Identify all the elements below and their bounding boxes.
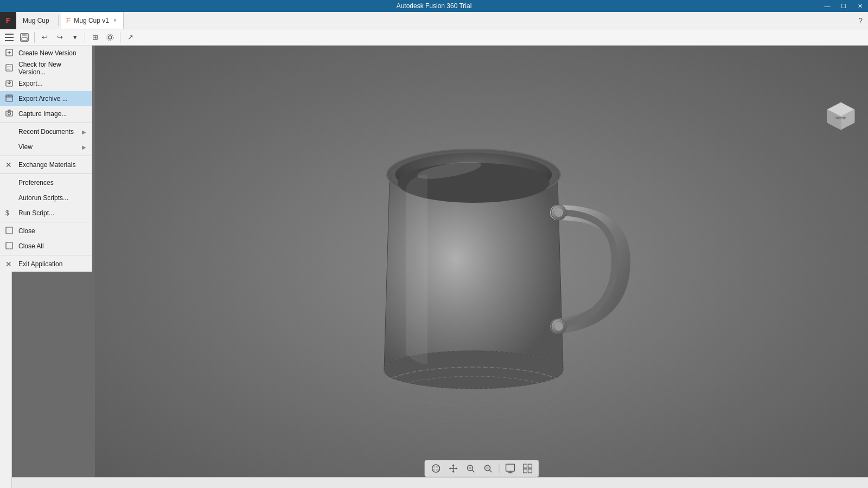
svg-point-48: [554, 208, 563, 217]
mug-model: [319, 104, 644, 429]
undo-button[interactable]: ↩: [37, 31, 52, 44]
svg-marker-62: [456, 467, 457, 470]
orbit-button[interactable]: [428, 462, 443, 475]
menu-label-check-new-version: Check for New Version...: [18, 61, 86, 76]
menu-item-exchange-materials[interactable]: ✕ Exchange Materials: [0, 157, 92, 172]
save-button[interactable]: [17, 31, 31, 44]
file-menu: Create New Version Check for New Version…: [0, 46, 92, 272]
settings-button[interactable]: [103, 31, 117, 44]
pan-button[interactable]: [445, 462, 461, 475]
svg-rect-2: [5, 40, 14, 41]
menu-label-capture-image: Capture Image...: [18, 110, 67, 118]
display-settings-button[interactable]: [502, 462, 518, 475]
undo-dropdown[interactable]: ▾: [68, 31, 82, 44]
svg-rect-4: [22, 34, 27, 36]
menu-item-create-new-version[interactable]: Create New Version: [0, 46, 92, 61]
bottom-sep-1: [499, 464, 499, 473]
svg-rect-23: [6, 227, 12, 234]
svg-rect-74: [528, 464, 532, 468]
close-all-icon: [5, 242, 14, 251]
title-bar: Autodesk Fusion 360 Trial — ☐ ✕: [0, 0, 868, 12]
export-archive-icon: [5, 94, 14, 104]
svg-rect-0: [5, 34, 14, 35]
menu-item-recent-documents[interactable]: Recent Documents ▶: [0, 124, 92, 139]
menu-item-run-script[interactable]: $ Run Script...: [0, 206, 92, 221]
3d-viewport[interactable]: home: [95, 46, 868, 488]
svg-rect-75: [523, 469, 527, 473]
svg-point-6: [108, 36, 112, 39]
svg-rect-73: [523, 464, 527, 468]
share-button[interactable]: ↗: [123, 31, 137, 44]
menu-label-close: Close: [18, 227, 35, 235]
svg-rect-1: [5, 37, 14, 38]
grid-settings-button[interactable]: [520, 462, 535, 475]
menu-label-export: Export...: [18, 80, 43, 87]
menu-divider-4: [0, 222, 92, 222]
menu-label-recent-documents: Recent Documents: [18, 128, 74, 136]
view-arrow: ▶: [82, 144, 86, 150]
svg-line-64: [472, 470, 474, 472]
svg-line-68: [489, 470, 492, 472]
menu-item-close-all[interactable]: Close All: [0, 239, 92, 254]
svg-marker-61: [449, 467, 450, 470]
svg-point-58: [432, 467, 439, 470]
menu-divider-3: [0, 174, 92, 174]
status-bar: [0, 477, 868, 488]
main-toolbar: ↩ ↪ ▾ ⊞ ↗: [0, 29, 868, 46]
menu-label-run-script: Run Script...: [18, 209, 54, 217]
svg-point-21: [8, 112, 11, 115]
svg-rect-70: [506, 464, 514, 471]
maximize-button[interactable]: ☐: [835, 0, 852, 12]
exchange-icon: ✕: [5, 160, 14, 169]
app-icon: F: [0, 12, 16, 29]
menu-item-check-new-version[interactable]: Check for New Version...: [0, 61, 92, 76]
bottom-toolbar: [424, 460, 539, 477]
menu-item-close[interactable]: Close: [0, 223, 92, 239]
tab-close-button[interactable]: ×: [112, 16, 118, 24]
run-script-icon: $: [5, 209, 14, 217]
menu-item-capture-image[interactable]: Capture Image...: [0, 106, 92, 121]
toolbar-sep-3: [120, 32, 120, 43]
active-tab[interactable]: F Mug Cup v1 ×: [61, 12, 124, 29]
toolbar-sep-2: [85, 32, 85, 43]
tab-f-icon: F: [66, 16, 71, 25]
menu-button[interactable]: [2, 31, 16, 44]
menu-item-view[interactable]: View ▶: [0, 139, 92, 155]
svg-point-7: [107, 34, 113, 41]
grid-button[interactable]: ⊞: [88, 31, 102, 44]
zoom-fit-button[interactable]: [480, 462, 495, 475]
menu-item-preferences[interactable]: Preferences: [0, 175, 92, 190]
menu-divider-2: [0, 156, 92, 156]
svg-text:home: home: [835, 115, 847, 120]
tab-divider: [58, 15, 59, 26]
svg-rect-76: [528, 469, 532, 473]
menu-divider-1: [0, 123, 92, 123]
svg-marker-22: [8, 110, 10, 111]
zoom-region-button[interactable]: [463, 462, 478, 475]
menu-item-export[interactable]: Export...: [0, 76, 92, 91]
menu-item-autorun-scripts[interactable]: Autorun Scripts...: [0, 190, 92, 206]
exit-icon: ✕: [5, 260, 14, 268]
tab-bar: F Mug Cup F Mug Cup v1 × ?: [0, 12, 868, 29]
menu-item-export-archive[interactable]: Export Archive ...: [0, 91, 92, 106]
close-button[interactable]: ✕: [852, 0, 868, 12]
active-tab-label: Mug Cup v1: [74, 17, 109, 24]
menu-label-exit-application: Exit Application: [18, 260, 62, 268]
window-title: Autodesk Fusion 360 Trial: [397, 2, 472, 10]
doc-simple-name: Mug Cup: [16, 17, 56, 24]
close-icon: [5, 227, 14, 236]
svg-marker-60: [452, 471, 454, 473]
redo-button[interactable]: ↪: [53, 31, 67, 44]
nav-cube[interactable]: home: [825, 100, 857, 132]
window-controls: — ☐ ✕: [819, 0, 868, 12]
menu-label-close-all: Close All: [18, 242, 44, 250]
menu-label-autorun-scripts: Autorun Scripts...: [18, 194, 68, 202]
svg-point-57: [432, 465, 439, 472]
svg-rect-24: [6, 242, 12, 249]
menu-divider-5: [0, 255, 92, 255]
menu-item-exit-application[interactable]: ✕ Exit Application: [0, 256, 92, 272]
menu-label-create-new-version: Create New Version: [18, 49, 76, 57]
help-button[interactable]: ?: [858, 16, 863, 25]
capture-image-icon: [5, 110, 14, 119]
minimize-button[interactable]: —: [819, 0, 835, 12]
